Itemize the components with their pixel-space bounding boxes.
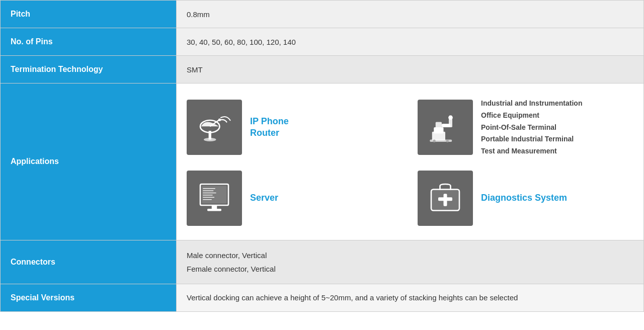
label-applications: Applications bbox=[1, 84, 177, 240]
ip-phone-line1: IP Phone bbox=[250, 116, 289, 126]
row-applications: Applications bbox=[1, 84, 644, 240]
value-special: Vertical docking can achieve a height of… bbox=[177, 284, 644, 311]
svg-rect-23 bbox=[212, 205, 217, 209]
svg-rect-11 bbox=[449, 116, 452, 118]
diagnostics-label: Diagnostics System bbox=[481, 192, 567, 204]
app-item-diagnostics: Diagnostics System bbox=[418, 167, 633, 230]
row-pins: No. of Pins 30, 40, 50, 60, 80, 100, 120… bbox=[1, 28, 644, 56]
row-pitch: Pitch 0.8mm bbox=[1, 1, 644, 28]
special-value: Vertical docking can achieve a height of… bbox=[187, 293, 518, 302]
label-pins: No. of Pins bbox=[1, 28, 177, 56]
industrial-robot-svg bbox=[428, 110, 463, 145]
svg-rect-24 bbox=[207, 209, 221, 211]
server-monitor-svg bbox=[197, 181, 232, 216]
app-item-industrial: Industrial and Instrumentation Office Eq… bbox=[418, 94, 633, 161]
connectors-text: Male connector, Vertical Female connecto… bbox=[187, 249, 633, 276]
label-special: Special Versions bbox=[1, 284, 177, 311]
special-label: Special Versions bbox=[11, 293, 74, 302]
industrial-label: Industrial and Instrumentation Office Eq… bbox=[481, 98, 582, 157]
applications-grid: IP Phone Router bbox=[187, 94, 633, 230]
medical-kit-svg bbox=[428, 181, 463, 216]
app-item-ip-phone: IP Phone Router bbox=[187, 94, 403, 161]
row-connectors: Connectors Male connector, Vertical Fema… bbox=[1, 240, 644, 284]
server-line1: Server bbox=[250, 193, 278, 203]
svg-point-4 bbox=[218, 119, 221, 121]
label-connectors: Connectors bbox=[1, 240, 177, 284]
label-pitch: Pitch bbox=[1, 1, 177, 28]
ip-phone-line2: Router bbox=[250, 128, 279, 138]
industrial-robot-icon bbox=[418, 100, 473, 155]
svg-point-14 bbox=[446, 140, 449, 142]
termination-value: SMT bbox=[187, 65, 203, 74]
connectors-line1: Male connector, Vertical bbox=[187, 249, 633, 262]
svg-rect-28 bbox=[438, 197, 452, 201]
termination-label: Termination Technology bbox=[11, 65, 103, 73]
server-monitor-icon bbox=[187, 171, 242, 226]
svg-point-13 bbox=[433, 140, 436, 142]
pitch-value: 0.8mm bbox=[187, 10, 210, 19]
satellite-dish-icon bbox=[187, 100, 242, 155]
connectors-line2: Female connector, Vertical bbox=[187, 262, 633, 276]
value-pitch: 0.8mm bbox=[177, 1, 644, 28]
server-label: Server bbox=[250, 192, 278, 204]
satellite-dish-svg bbox=[197, 110, 232, 145]
value-applications: IP Phone Router bbox=[177, 84, 644, 240]
applications-label: Applications bbox=[11, 157, 59, 166]
pins-label: No. of Pins bbox=[11, 37, 53, 46]
value-connectors: Male connector, Vertical Female connecto… bbox=[177, 240, 644, 284]
svg-rect-7 bbox=[436, 122, 442, 129]
connectors-label: Connectors bbox=[11, 258, 55, 266]
pins-value: 30, 40, 50, 60, 80, 100, 120, 140 bbox=[187, 38, 296, 46]
ip-phone-label: IP Phone Router bbox=[250, 116, 289, 139]
value-pins: 30, 40, 50, 60, 80, 100, 120, 140 bbox=[177, 28, 644, 56]
pitch-label: Pitch bbox=[11, 10, 30, 18]
app-item-server: Server bbox=[187, 167, 403, 230]
value-termination: SMT bbox=[177, 56, 644, 84]
medical-kit-icon bbox=[418, 171, 473, 226]
row-special: Special Versions Vertical docking can ac… bbox=[1, 284, 644, 311]
diagnostics-line1: Diagnostics System bbox=[481, 193, 567, 203]
row-termination: Termination Technology SMT bbox=[1, 56, 644, 84]
label-termination: Termination Technology bbox=[1, 56, 177, 84]
